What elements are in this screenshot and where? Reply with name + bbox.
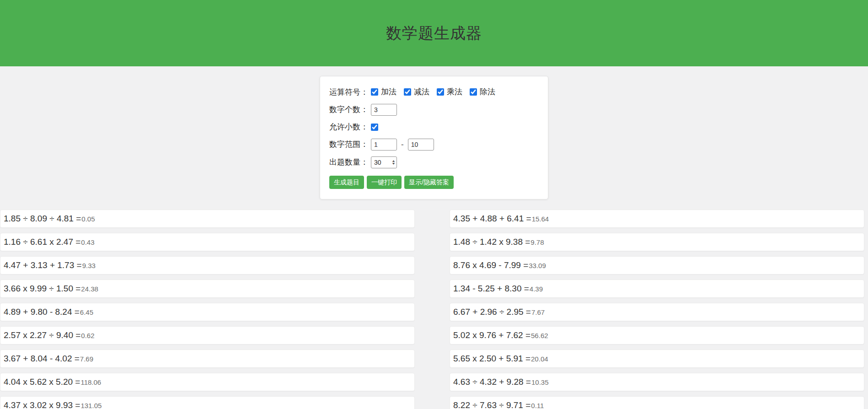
problem-expression: 1.34 - 5.25 + 8.30 = — [453, 284, 529, 294]
problem-row: 1.85 ÷ 8.09 ÷ 4.81 =0.05 — [0, 210, 415, 228]
range-separator: - — [401, 140, 404, 149]
quantity-label: 出题数量： — [329, 157, 368, 167]
problem-answer: 0.11 — [531, 402, 544, 409]
problem-row: 4.35 + 4.88 + 6.41 =15.64 — [450, 210, 864, 228]
problem-row: 2.57 x 2.27 ÷ 9.40 =0.62 — [0, 326, 415, 344]
problem-row: 4.04 x 5.62 x 5.20 =118.06 — [0, 373, 415, 391]
digit-count-row: 数字个数： — [329, 104, 539, 116]
problem-expression: 4.63 ÷ 4.32 + 9.28 = — [453, 377, 531, 387]
problem-row: 1.48 ÷ 1.42 x 9.38 =9.78 — [450, 233, 864, 251]
problem-expression: 8.22 ÷ 7.63 ÷ 9.71 = — [453, 400, 530, 409]
problem-answer: 7.67 — [531, 308, 545, 316]
operator-checkbox[interactable] — [404, 88, 411, 96]
problem-expression: 5.65 x 2.50 + 5.91 = — [453, 354, 530, 364]
main-content: 运算符号： 加法减法乘法除法 数字个数： 允许小数： 数字范围： - 出题数量：… — [0, 76, 868, 409]
problem-expression: 4.89 + 9.80 - 8.24 = — [4, 307, 80, 317]
problem-row: 1.16 ÷ 6.61 x 2.47 =0.43 — [0, 233, 415, 251]
page-title: 数学题生成器 — [386, 23, 482, 44]
problem-answer: 20.04 — [531, 355, 548, 363]
problem-row: 4.63 ÷ 4.32 + 9.28 =10.35 — [450, 373, 864, 391]
operator-checkbox-label: 减法 — [414, 86, 429, 97]
problem-row: 3.67 + 8.04 - 4.02 =7.69 — [0, 350, 415, 368]
operator-option[interactable]: 加法 — [371, 86, 396, 97]
problem-answer: 0.43 — [81, 238, 94, 246]
problem-expression: 1.48 ÷ 1.42 x 9.38 = — [453, 237, 530, 247]
operator-checkbox[interactable] — [371, 88, 378, 96]
operators-checkbox-group: 加法减法乘法除法 — [371, 86, 503, 98]
problem-answer: 15.64 — [532, 215, 549, 223]
problem-row: 4.37 x 3.02 x 9.93 =131.05 — [0, 396, 415, 409]
range-max-input[interactable] — [408, 139, 434, 151]
operator-option[interactable]: 除法 — [470, 86, 495, 97]
problem-row: 8.76 x 4.69 - 7.99 =33.09 — [450, 256, 864, 274]
operator-checkbox-label: 除法 — [480, 86, 495, 97]
action-buttons-row: 生成题目一键打印显示/隐藏答案 — [329, 176, 539, 189]
problem-expression: 8.76 x 4.69 - 7.99 = — [453, 260, 528, 270]
problem-row: 8.22 ÷ 7.63 ÷ 9.71 =0.11 — [450, 396, 864, 409]
problem-expression: 1.85 ÷ 8.09 ÷ 4.81 = — [4, 214, 81, 224]
digit-count-input[interactable] — [371, 104, 397, 116]
operators-label: 运算符号： — [329, 87, 368, 97]
problems-column-right: 4.35 + 4.88 + 6.41 =15.641.48 ÷ 1.42 x 9… — [450, 210, 864, 409]
problem-answer: 4.39 — [530, 285, 543, 293]
settings-panel: 运算符号： 加法减法乘法除法 数字个数： 允许小数： 数字范围： - 出题数量：… — [320, 76, 548, 199]
action-button[interactable]: 一键打印 — [367, 176, 402, 189]
app-header: 数学题生成器 — [0, 0, 868, 66]
operator-checkbox-label: 乘法 — [447, 86, 462, 97]
quantity-row: 出题数量： 30 ▲▼ — [329, 156, 539, 168]
action-button[interactable]: 生成题目 — [329, 176, 364, 189]
problem-expression: 4.37 x 3.02 x 9.93 = — [4, 400, 80, 409]
problem-answer: 7.69 — [80, 355, 93, 363]
operator-option[interactable]: 乘法 — [437, 86, 462, 97]
problem-expression: 4.35 + 4.88 + 6.41 = — [453, 214, 531, 224]
problem-answer: 10.35 — [531, 378, 549, 386]
problem-row: 5.65 x 2.50 + 5.91 =20.04 — [450, 350, 864, 368]
operator-checkbox[interactable] — [470, 88, 477, 96]
operator-option[interactable]: 减法 — [404, 86, 429, 97]
problem-expression: 5.02 x 9.76 + 7.62 = — [453, 330, 530, 340]
problem-answer: 6.45 — [80, 308, 93, 316]
problem-expression: 3.67 + 8.04 - 4.02 = — [4, 354, 80, 364]
problem-expression: 4.04 x 5.62 x 5.20 = — [4, 377, 80, 387]
range-label: 数字范围： — [329, 139, 368, 150]
problem-answer: 56.62 — [531, 332, 548, 339]
digit-count-label: 数字个数： — [329, 104, 368, 115]
problem-answer: 0.05 — [81, 215, 95, 223]
problem-answer: 118.06 — [80, 378, 101, 386]
problem-expression: 6.67 + 2.96 ÷ 2.95 = — [453, 307, 531, 317]
problems-list: 1.85 ÷ 8.09 ÷ 4.81 =0.051.16 ÷ 6.61 x 2.… — [0, 210, 864, 409]
problem-expression: 3.66 x 9.99 ÷ 1.50 = — [4, 284, 80, 294]
problem-expression: 4.47 + 3.13 + 1.73 = — [4, 260, 82, 270]
problem-row: 4.89 + 9.80 - 8.24 =6.45 — [0, 303, 415, 321]
operator-checkbox-label: 加法 — [381, 86, 396, 97]
operators-row: 运算符号： 加法减法乘法除法 — [329, 86, 539, 98]
problems-column-left: 1.85 ÷ 8.09 ÷ 4.81 =0.051.16 ÷ 6.61 x 2.… — [0, 210, 415, 409]
problem-answer: 9.33 — [82, 262, 96, 269]
problem-answer: 33.09 — [529, 262, 546, 269]
problem-expression: 1.16 ÷ 6.61 x 2.47 = — [4, 237, 80, 247]
problem-answer: 9.78 — [530, 238, 544, 246]
range-row: 数字范围： - — [329, 139, 539, 151]
problem-row: 4.47 + 3.13 + 1.73 =9.33 — [0, 256, 415, 274]
quantity-value: 30 — [374, 159, 381, 166]
problem-answer: 131.05 — [80, 402, 102, 409]
spinner-arrows-icon[interactable]: ▲▼ — [392, 160, 395, 165]
problem-answer: 24.38 — [81, 285, 98, 293]
allow-decimal-label: 允许小数： — [329, 122, 368, 132]
problem-row: 6.67 + 2.96 ÷ 2.95 =7.67 — [450, 303, 864, 321]
problem-row: 3.66 x 9.99 ÷ 1.50 =24.38 — [0, 280, 415, 298]
action-button[interactable]: 显示/隐藏答案 — [404, 176, 454, 189]
problem-expression: 2.57 x 2.27 ÷ 9.40 = — [4, 330, 80, 340]
range-min-input[interactable] — [371, 139, 397, 151]
problem-row: 1.34 - 5.25 + 8.30 =4.39 — [450, 280, 864, 298]
problem-row: 5.02 x 9.76 + 7.62 =56.62 — [450, 326, 864, 344]
problem-answer: 0.62 — [81, 332, 94, 339]
operator-checkbox[interactable] — [437, 88, 444, 96]
quantity-input[interactable]: 30 ▲▼ — [371, 156, 397, 168]
allow-decimal-row: 允许小数： — [329, 122, 539, 133]
allow-decimal-checkbox[interactable] — [371, 124, 378, 131]
